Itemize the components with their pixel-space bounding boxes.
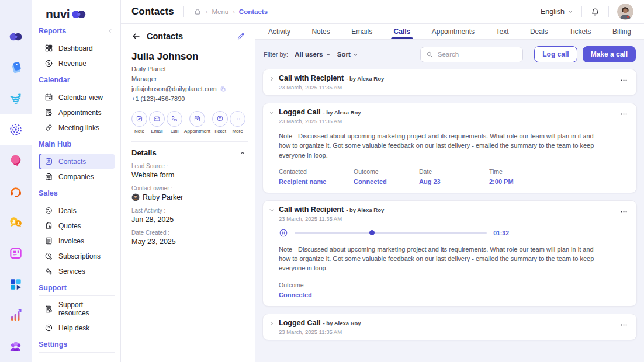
sidebar-item-meeting-links[interactable]: Meeting links: [39, 120, 115, 135]
call-field-outcome: OutcomeConnected: [279, 281, 312, 298]
tab-appointments[interactable]: Appointments: [432, 24, 475, 39]
appointment-action-button[interactable]: Appointment: [184, 111, 210, 134]
all-users-dropdown[interactable]: All users: [295, 51, 331, 58]
search-input[interactable]: [437, 50, 517, 58]
audio-progress-track[interactable]: [295, 232, 487, 234]
pink-sphere-app-icon[interactable]: [0, 145, 32, 176]
invoices-icon: [44, 236, 53, 245]
tab-notes[interactable]: Notes: [311, 24, 330, 39]
sidebar-item-support-resources[interactable]: Support resources: [39, 298, 115, 320]
call-note: Note - Discussed about upcoming marketin…: [279, 245, 618, 273]
sidebar-collapse-chevron-left-icon[interactable]: [107, 28, 113, 34]
call-card-fields: OutcomeConnected: [279, 281, 618, 301]
card-options-menu-button[interactable]: [618, 319, 629, 331]
headset-app-icon[interactable]: [0, 176, 32, 207]
companies-icon: [44, 172, 53, 181]
contact-email[interactable]: juliajohnson@dailyplanet.com: [131, 85, 217, 92]
sidebar-item-label: Calendar view: [58, 93, 103, 102]
sidebar-item-help-desk[interactable]: Help desk: [39, 321, 115, 335]
people-group-app-icon[interactable]: [0, 331, 32, 362]
sidebar-item-dashboard[interactable]: Dashboard: [39, 41, 115, 55]
tab-emails[interactable]: Emails: [351, 24, 372, 39]
expand-chevron-right-icon[interactable]: [268, 319, 276, 328]
chat-people-app-icon[interactable]: [0, 207, 32, 238]
action-label: Email: [151, 128, 163, 134]
tab-text[interactable]: Text: [496, 24, 509, 39]
notification-bell-button[interactable]: [590, 7, 600, 17]
dashboard-icon: [44, 44, 53, 53]
call-field-value[interactable]: Recipient name: [279, 178, 354, 185]
sidebar-item-revenue[interactable]: Revenue: [39, 56, 115, 71]
sort-dropdown[interactable]: Sort: [337, 51, 358, 58]
call-field-value[interactable]: Aug 23: [419, 178, 489, 185]
email-action-button[interactable]: Email: [149, 111, 165, 134]
detail-field-value-text: Website form: [131, 171, 174, 179]
log-call-button[interactable]: Log call: [534, 46, 577, 62]
user-avatar-image: [617, 4, 633, 20]
card-options-menu-button[interactable]: [618, 74, 629, 86]
card-options-menu-button[interactable]: [618, 206, 629, 218]
help-desk-icon: [44, 323, 53, 332]
sidebar-item-invoices[interactable]: Invoices: [39, 234, 115, 248]
funnel-swoosh-app-icon[interactable]: [0, 83, 32, 114]
tags-app-icon[interactable]: [0, 52, 32, 83]
breadcrumb-menu[interactable]: Menu: [212, 8, 228, 15]
collapse-chevron-down-icon[interactable]: [268, 109, 276, 117]
language-selector[interactable]: English: [541, 8, 573, 16]
call-action-button[interactable]: Call: [167, 111, 182, 134]
tab-billing[interactable]: Billing: [612, 24, 631, 39]
contact-phone[interactable]: +1 (123)-456-7890: [131, 95, 245, 102]
sidebar-item-companies[interactable]: Companies: [39, 169, 115, 184]
call-field-value[interactable]: 2:00 PM: [489, 178, 514, 185]
quotes-icon: [44, 221, 53, 230]
copy-icon[interactable]: [220, 86, 226, 92]
owner-avatar: [131, 193, 140, 201]
audio-progress-handle[interactable]: [369, 230, 375, 235]
gear-ring-app-icon[interactable]: [0, 114, 32, 145]
detail-field-contact-owner: Contact owner :Ruby Parker: [131, 185, 245, 201]
bar-chart-app-icon[interactable]: [0, 300, 32, 331]
app-icon-rail: [0, 0, 32, 362]
call-field-value[interactable]: Connected: [354, 178, 419, 185]
call-field-value[interactable]: Connected: [279, 291, 312, 298]
tab-calls[interactable]: Calls: [394, 24, 411, 39]
breadcrumb-contacts[interactable]: Contacts: [239, 8, 268, 15]
ticket-action-button[interactable]: Ticket: [212, 111, 228, 134]
sidebar-item-services[interactable]: Services: [39, 264, 115, 279]
services-icon: [44, 267, 53, 276]
make-a-call-button[interactable]: Make a call: [583, 46, 636, 62]
collapse-chevron-down-icon[interactable]: [268, 206, 276, 214]
call-note: Note - Discussed about upcoming marketin…: [279, 131, 618, 160]
call-card-body: Logged Call- by Alexa Roy23 March, 2025 …: [276, 108, 618, 188]
tab-activity[interactable]: Activity: [268, 24, 290, 39]
sidebar-item-appointments[interactable]: Appointments: [39, 105, 115, 120]
sidebar-section-divider: [39, 295, 115, 296]
expand-chevron-right-icon[interactable]: [268, 75, 276, 83]
chevron-up-icon[interactable]: [240, 150, 245, 156]
infinity-app-icon[interactable]: [0, 21, 32, 52]
edit-contact-button[interactable]: [236, 32, 245, 41]
back-button[interactable]: [131, 32, 141, 41]
details-header[interactable]: Details: [131, 148, 245, 157]
search-box[interactable]: [420, 47, 523, 62]
tab-deals[interactable]: Deals: [530, 24, 548, 39]
sidebar-item-subscriptions[interactable]: Subscriptions: [39, 249, 115, 263]
sidebar-item-label: Support resources: [58, 301, 112, 317]
tab-tickets[interactable]: Tickets: [569, 24, 591, 39]
sidebar-item-calendar-view[interactable]: Calendar view: [39, 90, 115, 105]
brand-logo[interactable]: nuvi: [46, 7, 115, 21]
sidebar-item-deals[interactable]: Deals: [39, 203, 115, 218]
pause-button[interactable]: [279, 228, 288, 238]
more-action-button[interactable]: More: [230, 111, 245, 134]
note-action-button[interactable]: Note: [131, 111, 147, 134]
revenue-icon: [44, 59, 53, 68]
action-label: Call: [171, 128, 179, 134]
form-card-app-icon[interactable]: [0, 238, 32, 269]
home-icon[interactable]: [193, 8, 202, 16]
call-cards-list: Call with Recipient- by Alexa Roy23 Marc…: [262, 69, 637, 340]
sidebar-item-quotes[interactable]: Quotes: [39, 218, 115, 233]
card-options-menu-button[interactable]: [618, 108, 629, 120]
sidebar-item-contacts[interactable]: Contacts: [39, 154, 115, 169]
grid-play-app-icon[interactable]: [0, 269, 32, 300]
user-avatar[interactable]: [617, 4, 633, 20]
